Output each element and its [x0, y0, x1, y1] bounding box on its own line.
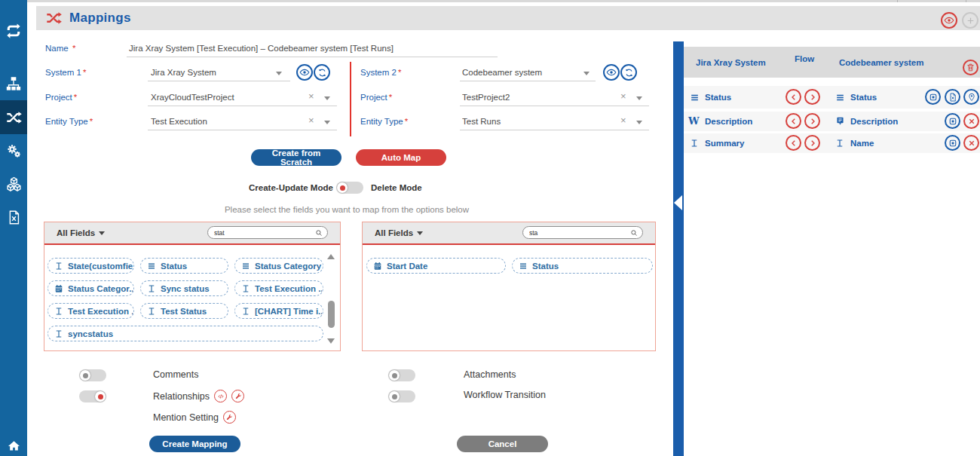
comments-toggle[interactable] [79, 369, 106, 381]
flow-left-chevron-button[interactable] [786, 89, 801, 105]
target-fields-searchbox[interactable] [522, 226, 643, 239]
field-chip[interactable]: Test Execution ... [47, 303, 134, 319]
scroll-up-arrow[interactable] [327, 254, 335, 259]
system1-eye-button[interactable] [296, 64, 313, 81]
source-fields-searchbox[interactable] [207, 226, 328, 239]
clone-button[interactable] [945, 135, 960, 151]
source-fields-filter-dropdown[interactable]: All Fields [57, 228, 105, 237]
row-right-label: Name [850, 139, 874, 148]
preview-collapse-bar[interactable] [673, 41, 684, 456]
system2-eye-button[interactable] [603, 64, 620, 81]
preview-col-system2: Codebeamer system [839, 58, 924, 67]
list-field-icon [835, 93, 845, 103]
mention-setting-wrench-button[interactable] [223, 411, 236, 424]
sidebar-item-cubes-icon[interactable] [0, 170, 27, 198]
system1-refresh-button[interactable] [314, 64, 330, 81]
export-file-button[interactable] [945, 89, 960, 105]
relationships-code-button[interactable] [214, 390, 227, 402]
remove-mapping-button[interactable] [963, 113, 979, 129]
entity2-select[interactable]: Test Runs [462, 117, 501, 126]
mapping-row-summary: Summary Name [684, 133, 980, 153]
workflow-transition-toggle[interactable] [388, 390, 415, 402]
entity1-clear-icon[interactable]: × [308, 115, 314, 126]
create-mapping-button[interactable]: Create Mapping [149, 436, 240, 452]
add-mapping-button[interactable] [962, 12, 978, 29]
name-value[interactable]: Jira Xray System [Test Execution] – Code… [129, 44, 394, 53]
sidebar-item-sitemap-icon[interactable] [0, 69, 27, 98]
system2-select[interactable]: Codebeamer system [462, 68, 542, 77]
create-from-scratch-button[interactable]: Create from Scratch [251, 149, 341, 166]
project1-select[interactable]: XrayCloudTestProject [151, 93, 234, 102]
source-fields-search-input[interactable] [213, 228, 315, 237]
attachments-toggle[interactable] [388, 369, 415, 381]
auto-map-button[interactable]: Auto Map [356, 149, 446, 166]
flow-right-chevron-button[interactable] [804, 113, 820, 129]
clone-button[interactable] [945, 113, 960, 129]
attachments-toggle-knob[interactable] [389, 370, 400, 381]
flow-left-chevron-button[interactable] [786, 135, 801, 151]
scrollbar-thumb[interactable] [328, 301, 335, 328]
entity1-caret-down-icon[interactable] [324, 121, 330, 124]
mode-toggle-knob[interactable] [337, 182, 348, 193]
field-chip[interactable]: Start Date [366, 258, 506, 274]
cancel-button[interactable]: Cancel [457, 436, 548, 452]
page-header: Mappings [36, 6, 980, 30]
location-pin-button[interactable] [963, 89, 979, 105]
project1-clear-icon[interactable]: × [308, 90, 314, 102]
sidebar-item-gears-icon[interactable] [0, 136, 27, 165]
row-left-label: Description [705, 117, 752, 126]
relationships-wrench-button[interactable] [231, 390, 244, 402]
caret-down-icon [417, 231, 423, 235]
target-fields-search-input[interactable] [528, 228, 630, 237]
scroll-down-arrow[interactable] [327, 338, 335, 344]
view-mappings-eye-button[interactable] [941, 12, 957, 29]
project1-caret-down-icon[interactable] [324, 96, 330, 100]
field-chip[interactable]: Status [140, 258, 228, 274]
sidebar-item-excel-file-icon[interactable] [0, 203, 27, 231]
field-chip[interactable]: Status Categor... [47, 280, 134, 296]
system2-refresh-button[interactable] [620, 64, 637, 81]
relationships-toggle-knob[interactable] [95, 391, 106, 402]
delete-mapping-trash-button[interactable] [963, 60, 978, 75]
system1-caret-down-icon[interactable] [276, 72, 282, 75]
field-chip[interactable]: [CHART] Time i... [234, 303, 323, 319]
entity2-clear-icon[interactable]: × [620, 115, 626, 126]
sidebar-item-sync-icon[interactable] [0, 17, 27, 45]
system2-label: System 2* [360, 68, 401, 77]
relationships-toggle[interactable] [79, 390, 106, 402]
flow-left-chevron-button[interactable] [786, 113, 801, 129]
sidebar-item-home-icon[interactable] [0, 431, 27, 456]
field-chip[interactable]: State(customfie... [47, 258, 134, 274]
flow-right-chevron-button[interactable] [804, 135, 820, 151]
field-chip[interactable]: Test Status [140, 303, 228, 319]
shuffle-icon [45, 10, 62, 26]
row-left-label: Summary [705, 139, 744, 148]
comments-toggle-knob[interactable] [80, 370, 90, 381]
project2-clear-icon[interactable]: × [620, 90, 626, 102]
target-fields-filter-dropdown[interactable]: All Fields [375, 228, 423, 237]
collapse-arrow-icon[interactable] [674, 195, 682, 210]
entity2-caret-down-icon[interactable] [636, 121, 642, 124]
remove-mapping-button[interactable] [963, 135, 979, 151]
workflow-transition-toggle-knob[interactable] [389, 391, 400, 402]
top-divider-tick [897, 0, 898, 2]
field-chip[interactable]: Sync status [140, 280, 228, 296]
field-chip[interactable]: syncstatus [47, 326, 323, 341]
flow-right-chevron-button[interactable] [804, 89, 820, 105]
relationships-label: Relationships [153, 390, 244, 402]
project1-underline [148, 106, 337, 106]
entity1-underline [148, 130, 337, 130]
sidebar-item-mappings-shuffle-icon[interactable] [0, 100, 27, 134]
field-chip[interactable]: Status [512, 258, 653, 274]
project2-caret-down-icon[interactable] [636, 96, 642, 100]
system1-select[interactable]: Jira Xray System [151, 68, 216, 77]
text-field-icon [690, 139, 699, 148]
field-chip[interactable]: Test Execution ... [234, 280, 323, 296]
project2-select[interactable]: TestProject2 [462, 93, 510, 102]
rich-text-icon [835, 116, 845, 126]
field-chip[interactable]: Status Category [234, 258, 323, 274]
entity1-select[interactable]: Test Execution [151, 117, 207, 126]
clone-button[interactable] [925, 89, 941, 105]
system2-caret-down-icon[interactable] [583, 72, 590, 75]
mode-toggle[interactable] [336, 182, 363, 194]
